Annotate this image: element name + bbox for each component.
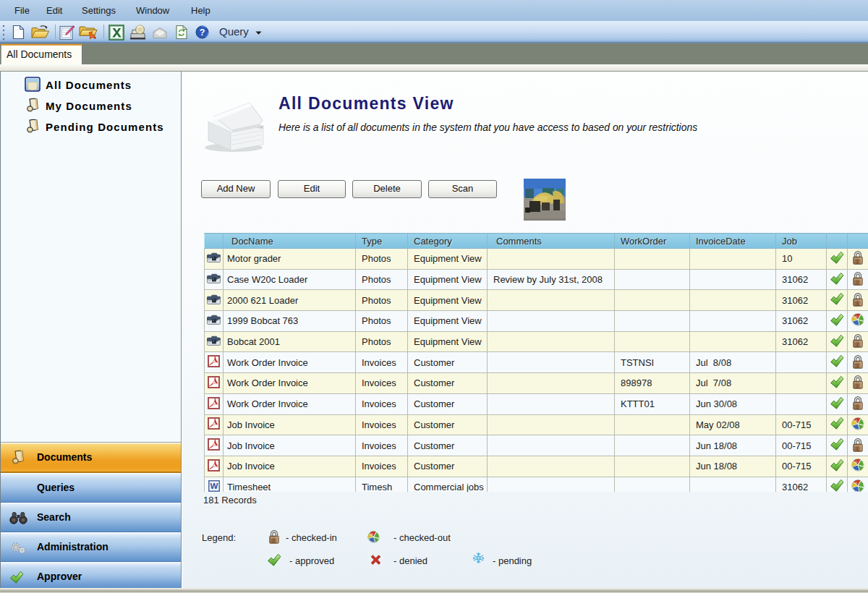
svg-text:?: ? bbox=[200, 27, 205, 38]
